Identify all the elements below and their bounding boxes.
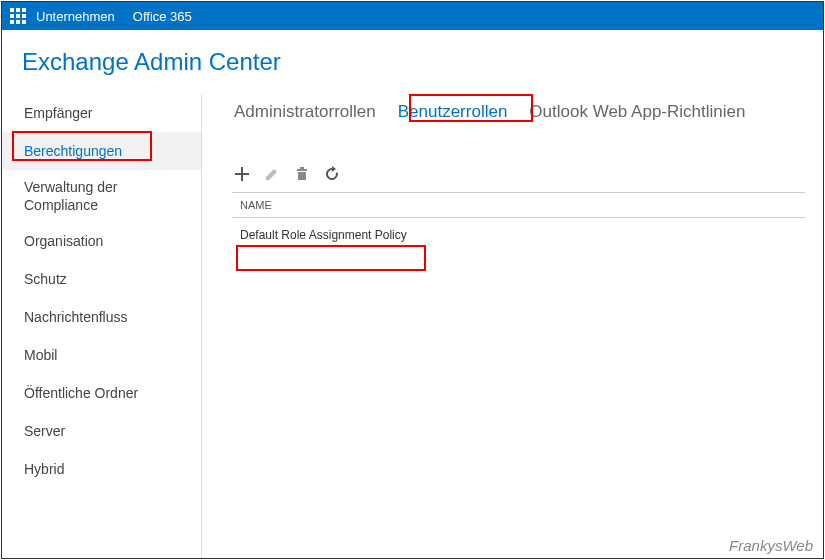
sidebar-item-hybrid[interactable]: Hybrid — [2, 450, 202, 488]
tab-benutzerrollen[interactable]: Benutzerrollen — [396, 100, 510, 124]
topnav-item-unternehmen[interactable]: Unternehmen — [36, 9, 115, 24]
app-launcher-icon[interactable] — [10, 8, 26, 24]
sidebar-item-berechtigungen[interactable]: Berechtigungen — [2, 132, 202, 170]
add-button[interactable] — [234, 166, 250, 182]
sidebar-item-compliance[interactable]: Verwaltung der Compliance — [2, 170, 152, 222]
top-nav-bar: Unternehmen Office 365 — [2, 2, 823, 30]
tab-administratorrollen[interactable]: Administratorrollen — [232, 100, 378, 124]
tab-owa-richtlinien[interactable]: Outlook Web App-Richtlinien — [527, 100, 747, 124]
table-row[interactable]: Default Role Assignment Policy — [232, 218, 805, 252]
sidebar-item-mobil[interactable]: Mobil — [2, 336, 202, 374]
main-content: Administratorrollen Benutzerrollen Outlo… — [202, 90, 823, 558]
refresh-icon — [324, 166, 340, 182]
tabs: Administratorrollen Benutzerrollen Outlo… — [232, 100, 805, 124]
table-header-name: NAME — [232, 192, 805, 218]
refresh-button[interactable] — [324, 166, 340, 182]
topnav-item-office365[interactable]: Office 365 — [133, 9, 192, 24]
sidebar-item-schutz[interactable]: Schutz — [2, 260, 202, 298]
sidebar: Empfänger Berechtigungen Verwaltung der … — [2, 90, 202, 558]
sidebar-item-server[interactable]: Server — [2, 412, 202, 450]
plus-icon — [234, 166, 250, 182]
delete-button[interactable] — [294, 166, 310, 182]
toolbar — [234, 166, 805, 182]
edit-button[interactable] — [264, 166, 280, 182]
sidebar-item-oeffentliche-ordner[interactable]: Öffentliche Ordner — [2, 374, 202, 412]
pencil-icon — [264, 166, 280, 182]
sidebar-item-organisation[interactable]: Organisation — [2, 222, 202, 260]
sidebar-item-nachrichtenfluss[interactable]: Nachrichtenfluss — [2, 298, 202, 336]
trash-icon — [294, 166, 310, 182]
page-title: Exchange Admin Center — [2, 30, 823, 90]
watermark: FrankysWeb — [729, 537, 813, 554]
sidebar-item-empfaenger[interactable]: Empfänger — [2, 94, 202, 132]
